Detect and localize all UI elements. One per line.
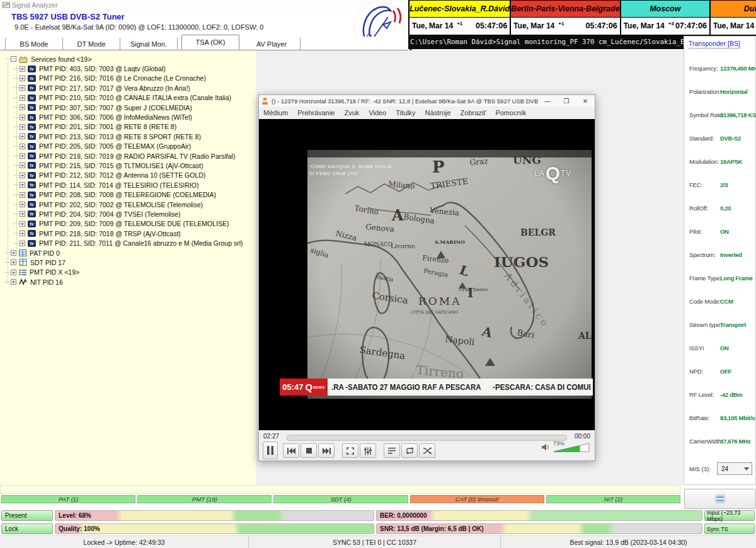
tree-item-service-7[interactable]: + tv PMT PID: 213, SID: 7013 @ RETE 8 SP… (0, 132, 255, 141)
tree-item-extra-0[interactable]: + PAT PID 0 (0, 248, 255, 258)
tree-item-label: PMT PID: 114, SID: 7014 @ TELESIRIO (TEL… (39, 181, 198, 189)
expand-box-icon[interactable]: + (20, 192, 25, 198)
tree-item-label: PMT PID: 403, SID: 7003 @ Laqtv (Global) (39, 65, 166, 72)
tree-item-service-0[interactable]: + tv PMT PID: 403, SID: 7003 @ Laqtv (Gl… (0, 64, 255, 73)
menu-mdium[interactable]: Médium (263, 109, 288, 117)
expand-box-icon[interactable]: + (11, 260, 16, 265)
expand-box-icon[interactable]: + (20, 76, 25, 81)
next-button[interactable] (318, 443, 335, 458)
expand-box-icon[interactable]: + (20, 115, 25, 120)
expand-box-icon[interactable]: + (11, 270, 16, 275)
param-rolloff: RollOff: 0.20 (684, 205, 755, 215)
param-rflevel: RF Level: -42 dBm (684, 391, 755, 401)
expand-box-icon[interactable]: + (20, 105, 25, 110)
expand-box-icon[interactable]: + (20, 85, 25, 91)
tree-item-extra-1[interactable]: + ★ SDT PID 17 (0, 258, 255, 267)
tree-item-label: NIT PID 16 (30, 278, 63, 286)
expand-box-icon[interactable]: + (20, 173, 25, 178)
app-title: Signal Analyzer (12, 1, 57, 9)
expand-box-icon[interactable]: + (20, 163, 25, 168)
menu-video[interactable]: Video (369, 109, 386, 117)
expand-box-icon[interactable]: + (20, 66, 25, 72)
vlc-titlebar[interactable]: () - 12379 Horizontal 31396,718 / RF: -4… (259, 95, 595, 106)
shuffle-button[interactable] (419, 443, 435, 458)
tree-item-service-18[interactable]: + tv PMT PID: 211, SID: 7011 @ Canale16 … (0, 238, 255, 248)
volume-control[interactable]: 73% (541, 442, 590, 452)
tab-dt-mode[interactable]: DT Mode (63, 38, 120, 50)
previous-button[interactable] (283, 443, 299, 458)
equalizer-button[interactable] (360, 443, 376, 458)
tree-item-service-14[interactable]: + tv PMT PID: 202, SID: 7002 @ TELEMOLIS… (0, 200, 255, 209)
playlist-button[interactable] (384, 443, 400, 458)
tree-item-extra-2[interactable]: + PMT PID X <19> (0, 268, 255, 277)
tree-item-service-8[interactable]: + tv PMT PID: 205, SID: 7005 @ TELEMAX (… (0, 142, 255, 151)
tree-item-service-2[interactable]: + tv PMT PID: 217, SID: 7017 @ Vera Abru… (0, 83, 255, 93)
tree-item-service-10[interactable]: + tv PMT PID: 215, SID: 7015 @ TLTMOLISE… (0, 161, 255, 170)
param-streamtype: Stream type: Transport (684, 321, 755, 331)
pause-button[interactable] (263, 442, 278, 459)
expand-box-icon[interactable]: + (11, 279, 16, 285)
expand-box-icon[interactable]: - (11, 56, 16, 62)
tab-av-player[interactable]: AV Player (243, 38, 301, 50)
vlc-minimize-button[interactable]: — (538, 95, 557, 106)
vlc-maximize-button[interactable]: ❐ (557, 95, 576, 106)
mis-value: 24 (721, 465, 728, 472)
expand-box-icon[interactable]: + (20, 144, 25, 149)
menu-zobrazi[interactable]: Zobraziť (461, 109, 486, 117)
quality-meter: Quality: 100% (55, 523, 374, 534)
fullscreen-button[interactable] (342, 443, 358, 458)
tree-item-service-9[interactable]: + tv PMT PID: 219, SID: 7019 @ RADIO PAR… (0, 151, 255, 161)
tree-item-extra-3[interactable]: + NIT PID 16 (0, 277, 255, 287)
expand-box-icon[interactable]: + (20, 211, 25, 217)
tree-item-service-12[interactable]: + tv PMT PID: 114, SID: 7014 @ TELESIRIO… (0, 180, 255, 190)
tree-item-service-1[interactable]: + tv PMT PID: 216, SID: 7016 @ Le Cronac… (0, 74, 255, 83)
tab-bs-mode[interactable]: BS Mode (5, 38, 63, 50)
expand-box-icon[interactable]: + (20, 134, 25, 139)
psi-bar-sdt-4-: SDT (4) (273, 495, 408, 503)
seek-slider[interactable] (287, 435, 567, 441)
tree-item-label: SDT PID 17 (30, 259, 66, 266)
tree-item-service-13[interactable]: + tv PMT PID: 208, SID: 7008 @ TELEREGIO… (0, 190, 255, 199)
vlc-video-area[interactable]: UNGGrazTRIESTEMilanoPVeneziaTorinoABolog… (259, 119, 595, 430)
menu-prehrvanie[interactable]: Prehrávanie (297, 109, 335, 117)
tv-icon: tv (28, 162, 36, 169)
stream-record-button[interactable] (684, 489, 756, 509)
tv-icon: tv (28, 172, 36, 179)
expand-box-icon[interactable]: + (20, 202, 25, 207)
tv-icon: tv (28, 123, 36, 130)
tab-signal-mon-[interactable]: Signal Mon. (120, 38, 178, 50)
tree-item-service-4[interactable]: + tv PMT PID: 307, SID: 7007 @ Super J (… (0, 103, 255, 112)
ticker-text: .RA-SABATO 27 MAGGIO RAF A PESCARA-PESCA… (328, 379, 593, 396)
stop-button[interactable] (301, 443, 317, 458)
menu-zvuk[interactable]: Zvuk (344, 109, 359, 117)
tree-item-service-16[interactable]: + tv PMT PID: 209, SID: 7009 @ TELEMOLIS… (0, 219, 255, 229)
expand-box-icon[interactable]: + (20, 182, 25, 188)
vlc-close-button[interactable]: ✕ (576, 95, 595, 106)
expand-box-icon[interactable]: + (11, 250, 16, 256)
expand-box-icon[interactable]: + (20, 124, 25, 130)
expand-box-icon[interactable]: + (20, 231, 25, 236)
tree-item-label: PMT PID: 204, SID: 7004 @ TVSEI (Telemol… (39, 210, 180, 218)
tree-item-service-5[interactable]: + tv PMT PID: 306, SID: 7006 @ InfoMedia… (0, 112, 255, 122)
tv-icon: tv (28, 94, 36, 101)
expand-box-icon[interactable]: + (20, 95, 25, 101)
tree-item-service-3[interactable]: + tv PMT PID: 210, SID: 7010 @ CANALE IT… (0, 93, 255, 103)
tree-item-service-15[interactable]: + tv PMT PID: 204, SID: 7004 @ TVSEI (Te… (0, 209, 255, 219)
expand-box-icon[interactable]: + (20, 221, 25, 227)
tree-item-service-6[interactable]: + tv PMT PID: 201, SID: 7001 @ RETE 8 (R… (0, 122, 255, 132)
mode-tabbar: BS ModeDT ModeSignal Mon.TSA (OK)AV Play… (0, 37, 408, 50)
tree-item-services-root[interactable]: - Services found <19> (0, 54, 255, 64)
tree-item-service-11[interactable]: + tv PMT PID: 212, SID: 7012 @ Antenna 1… (0, 171, 255, 180)
menu-titulky[interactable]: Titulky (396, 109, 415, 117)
tree-item-service-17[interactable]: + tv PMT PID: 218, SID: 7018 @ TRSP (AjV… (0, 229, 255, 238)
tuner-title: TBS 5927 USB DVB-S2 Tuner (11, 12, 125, 21)
menu-nstroje[interactable]: Nástroje (425, 109, 451, 117)
param-bitrate: BitRate: 83,105 Mbit/s (684, 414, 755, 425)
tv-icon: tv (28, 104, 36, 111)
mis-dropdown[interactable]: 24 (717, 462, 752, 475)
expand-box-icon[interactable]: + (20, 241, 25, 246)
loop-button[interactable] (401, 443, 418, 458)
tab-tsa-ok-[interactable]: TSA (OK) (181, 35, 239, 50)
menu-pomocnk[interactable]: Pomocník (495, 109, 526, 117)
expand-box-icon[interactable]: + (20, 153, 25, 159)
